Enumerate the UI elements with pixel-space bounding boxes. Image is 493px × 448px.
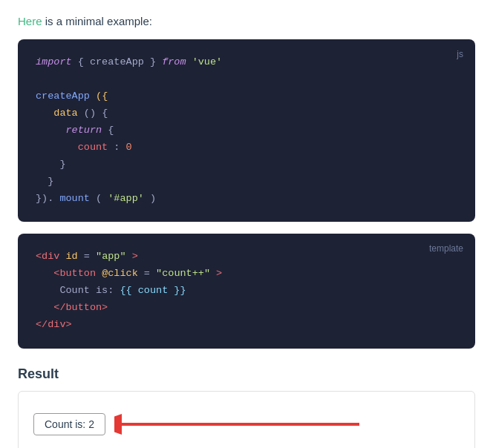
code-line: return {	[36, 122, 457, 139]
code-line: }	[36, 174, 457, 191]
keyword-data: data	[53, 108, 77, 119]
keyword-import: import	[36, 56, 72, 67]
code-line: data () {	[36, 105, 457, 122]
arrow-container	[114, 413, 367, 435]
method-mount: mount	[59, 193, 90, 204]
prop-count: count	[78, 142, 108, 153]
template-code-content: <div id = "app" > <button @click = "coun…	[36, 248, 457, 334]
result-section: Result Count is: 2	[18, 366, 475, 448]
template-code-block: template <div id = "app" > <button @clic…	[18, 234, 475, 349]
string-vue: 'vue'	[192, 56, 223, 67]
code-line: <button @click = "count++" >	[36, 266, 457, 283]
result-box: Count is: 2	[18, 391, 475, 448]
template-lang-label: template	[429, 241, 463, 256]
code-line: Count is: {{ count }}	[36, 283, 457, 300]
keyword-return: return	[66, 125, 102, 136]
arrow-icon	[114, 413, 367, 435]
code-line: count : 0	[36, 139, 457, 157]
keyword-from: from	[162, 56, 186, 67]
count-button[interactable]: Count is: 2	[33, 413, 105, 435]
code-line: </button>	[36, 300, 457, 317]
code-line: import { createApp } from 'vue'	[36, 54, 457, 71]
code-line: <div id = "app" >	[36, 248, 457, 266]
code-line: }). mount ( '#app' )	[36, 191, 457, 208]
result-label: Result	[18, 366, 475, 382]
js-code-block: js import { createApp } from 'vue' creat…	[18, 39, 475, 222]
js-lang-label: js	[457, 47, 463, 62]
num-zero: 0	[126, 142, 132, 153]
intro-highlight: Here	[18, 15, 42, 27]
code-line: createApp ({	[36, 88, 457, 105]
js-code-content: import { createApp } from 'vue' createAp…	[36, 54, 457, 207]
string-app: '#app'	[108, 193, 144, 204]
code-line-blank	[36, 71, 457, 88]
intro-text: Here is a minimal example:	[18, 15, 475, 27]
code-line: }	[36, 157, 457, 174]
fn-createapp: createApp	[36, 90, 90, 102]
code-line: </div>	[36, 317, 457, 334]
